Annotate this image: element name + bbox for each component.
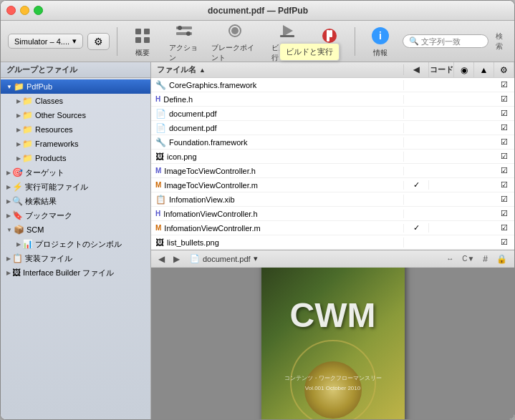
hash-button[interactable]: # (480, 253, 491, 265)
col-filename: ファイル名 ▲ (151, 64, 404, 75)
info-icon: i (369, 24, 392, 47)
sidebar-item-search[interactable]: ▶ 🔍 検索結果 (1, 194, 150, 208)
close-button[interactable] (6, 6, 16, 15)
expand-triangle: ▶ (16, 241, 21, 248)
file-icon: H (155, 210, 160, 218)
symbol-icon: 📊 (22, 239, 33, 249)
svg-text:i: i (379, 30, 382, 41)
prev-page-button[interactable]: ◀ (155, 253, 168, 265)
sidebar-item-classes[interactable]: ▶ 📁 Classes (1, 94, 150, 108)
action-button[interactable]: アクション (165, 18, 203, 64)
file-row[interactable]: 🔧 Foundation.framework ☑ (151, 135, 514, 150)
svg-rect-0 (135, 29, 141, 34)
expand-triangle: ▶ (16, 98, 21, 104)
sidebar-item-other-sources[interactable]: ▶ 📁 Other Sources (1, 108, 150, 122)
build-icon (276, 19, 299, 42)
file-icon: M (155, 181, 161, 189)
preview-area: ◀ ▶ 📄 document.pdf ▾ ↔ C▼ # 🔒 (151, 250, 514, 419)
breakpoint-button[interactable]: ブレークポイント (207, 18, 263, 64)
expand-triangle: ▶ (16, 112, 21, 119)
col-status2: ▲ (474, 62, 494, 77)
info-button[interactable]: i 情報 (362, 23, 398, 59)
sidebar-item-ib[interactable]: ▶ 🖼 Interface Builder ファイル (1, 265, 150, 280)
gear-icon: ⚙ (94, 36, 103, 47)
svg-rect-14 (329, 30, 332, 37)
sidebar-item-executable[interactable]: ▶ ⚡ 実行可能ファイル (1, 180, 150, 194)
preview-toolbar: ◀ ▶ 📄 document.pdf ▾ ↔ C▼ # 🔒 (151, 250, 514, 268)
pdf-cover: 上版担当のDTPパーソナルオペレーション CWM コンテンツ・ワークフローマンス… (261, 268, 405, 419)
sidebar-header: グループとファイル (1, 62, 150, 78)
view-toggle[interactable]: C▼ (459, 254, 477, 263)
minimize-button[interactable] (20, 6, 29, 15)
expand-triangle: ▶ (6, 270, 11, 276)
next-page-button[interactable]: ▶ (170, 253, 183, 265)
file-row[interactable]: 🖼 list_bullets.png ☑ (151, 235, 514, 250)
file-icon: H (155, 95, 160, 103)
action-icon (173, 19, 196, 42)
zoom-controls[interactable]: ↔ (443, 254, 456, 263)
action-label: アクション (169, 43, 198, 63)
overview-label: 概要 (135, 48, 150, 58)
pdf-preview: 上版担当のDTPパーソナルオペレーション CWM コンテンツ・ワークフローマンス… (261, 268, 405, 419)
bookmark-icon: 🔖 (12, 210, 23, 220)
maximize-button[interactable] (34, 6, 43, 15)
file-icon: M (155, 167, 161, 175)
sort-arrow: ▲ (199, 67, 206, 74)
overview-button[interactable]: 概要 (125, 23, 160, 59)
svg-point-7 (186, 31, 191, 36)
file-row[interactable]: 🖼 icon.png ☑ (151, 150, 514, 164)
svg-marker-10 (283, 25, 293, 36)
sidebar-list: ▼ 📁 PdfPub ▶ 📁 Classes ▶ 📁 Other Sources (1, 78, 150, 419)
svg-rect-3 (144, 37, 150, 43)
sidebar: グループとファイル ▼ 📁 PdfPub ▶ 📁 Classes ▶ (1, 62, 151, 419)
expand-triangle: ▶ (6, 198, 11, 205)
col-status1: ◉ (454, 62, 474, 77)
file-rows: 🔧 CoreGraphics.framework ☑ H Defin (151, 78, 514, 250)
file-row[interactable]: H InfomationViewController.h ☑ (151, 207, 514, 221)
file-row[interactable]: 📋 InfomationView.xib ☑ (151, 192, 514, 207)
search-result-icon: 🔍 (12, 196, 23, 206)
search-input[interactable] (421, 37, 486, 46)
toolbar-separator-2 (355, 27, 355, 56)
sidebar-item-frameworks[interactable]: ▶ 📁 Frameworks (1, 137, 150, 151)
lock-button[interactable]: 🔒 (494, 253, 510, 265)
window-title: document.pdf — PdfPub (50, 6, 466, 16)
sidebar-item-bookmark[interactable]: ▶ 🔖 ブックマーク (1, 208, 150, 223)
file-row[interactable]: 📄 document.pdf ☑ (151, 107, 514, 121)
sidebar-item-scm[interactable]: ▼ 📦 SCM (1, 223, 150, 237)
file-row[interactable]: M ImageTocViewController.m ✓ ☑ (151, 178, 514, 192)
sidebar-item-target[interactable]: ▶ 🎯 ターゲット (1, 165, 150, 180)
file-row[interactable]: M InfomationViewController.m ✓ ☑ (151, 221, 514, 235)
file-row[interactable]: 🔧 CoreGraphics.framework ☑ (151, 78, 514, 92)
folder-icon: 📁 (22, 124, 33, 135)
expand-triangle: ▶ (6, 213, 11, 219)
gear-button[interactable]: ⚙ (87, 33, 110, 50)
cover-vol: Vol.001 October 2010 (305, 385, 360, 391)
collapse-triangle: ▼ (6, 227, 12, 233)
sidebar-item-products[interactable]: ▶ 📁 Products (1, 151, 150, 165)
simulator-dropdown[interactable]: Simulator – 4.... ▾ (8, 34, 83, 49)
window-controls (6, 6, 43, 15)
file-row[interactable]: H Define.h ☑ (151, 92, 514, 107)
sidebar-item-pdfpub[interactable]: ▼ 📁 PdfPub (1, 79, 150, 94)
sidebar-item-resources[interactable]: ▶ 📁 Resources (1, 122, 150, 137)
main-content: グループとファイル ▼ 📁 PdfPub ▶ 📁 Classes ▶ (1, 62, 514, 419)
svg-rect-11 (280, 35, 294, 37)
file-icon: 🔧 (155, 80, 166, 90)
cover-subtitle: コンテンツ・ワークフローマンスリー (284, 374, 382, 382)
file-row[interactable]: M ImageTocViewController.h ☑ (151, 164, 514, 178)
file-icon: 🖼 (155, 238, 164, 248)
folder-icon: 📁 (22, 153, 33, 163)
file-row[interactable]: 📄 document.pdf ☑ (151, 121, 514, 135)
cover-title: CWM (290, 296, 376, 335)
svg-rect-13 (327, 30, 329, 41)
folder-icon: 📁 (22, 96, 33, 106)
search-box[interactable]: 🔍 (403, 34, 488, 48)
sidebar-item-impl[interactable]: ▶ 📋 実装ファイル (1, 251, 150, 265)
file-icon: M (155, 224, 161, 232)
sidebar-item-project-symbol[interactable]: ▶ 📊 プロジェクトのシンボル (1, 237, 150, 251)
executable-icon: ⚡ (12, 182, 23, 192)
expand-triangle: ▶ (6, 170, 11, 176)
file-icon: 🖼 (155, 152, 164, 162)
preview-content: 上版担当のDTPパーソナルオペレーション CWM コンテンツ・ワークフローマンス… (151, 268, 514, 419)
